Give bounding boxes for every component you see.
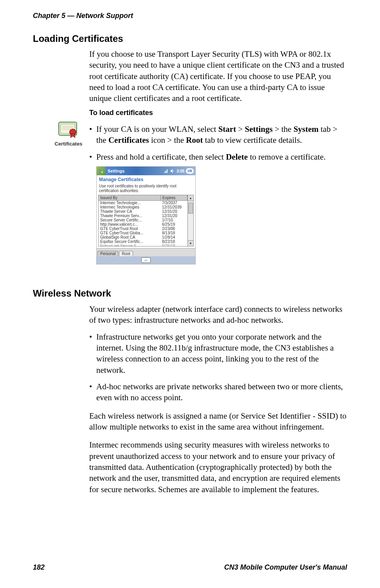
bullet-dot: • — [89, 151, 96, 162]
subheading-to-load: To load certificates — [89, 109, 348, 117]
svg-rect-8 — [99, 171, 101, 173]
certificates-app-icon: Certificates — [51, 120, 86, 147]
kw-certificates: Certificates — [108, 135, 149, 145]
table-row[interactable]: GTE CyberTrust Root2/23/06 — [99, 227, 187, 231]
bullet-dot: • — [89, 381, 96, 403]
bullet-2-text: Press and hold a certificate, then selec… — [96, 151, 348, 162]
cell-issued: GTE CyberTrust Globa... — [99, 231, 160, 235]
section2-body: Your wireless adapter (network interface… — [89, 304, 348, 495]
col-issued-by[interactable]: Issued By — [99, 195, 161, 200]
table-row[interactable]: Thawte Premium Serv...12/31/20 — [99, 214, 187, 218]
table-row[interactable]: GTE CyberTrust Globa...8/13/18 — [99, 231, 187, 235]
cell-expires: 8/13/18 — [160, 231, 187, 235]
table-row[interactable]: Intermec Technologie...7/3/2037 — [99, 201, 187, 205]
kw-root: Root — [186, 135, 203, 145]
kw-settings: Settings — [245, 124, 273, 134]
section2-b2-text: Ad-hoc networks are private networks sha… — [96, 381, 348, 403]
cell-issued: http://www.valicert.c... — [99, 222, 160, 227]
ss-tray: 3:05 ok — [164, 168, 195, 174]
section2-b1-text: Infrastructure networks get you onto you… — [96, 331, 348, 376]
bullet-1: • If your CA is on your WLAN, select Sta… — [89, 124, 348, 146]
cell-expires: 1/28/14 — [160, 235, 187, 239]
page-footer: 182 CN3 Mobile Computer User's Manual — [33, 563, 347, 572]
bullet-1-text: If your CA is on your WLAN, select Start… — [96, 124, 348, 146]
txt: Press and hold a certificate, then selec… — [96, 152, 226, 162]
scroll-up-icon[interactable]: ▲ — [188, 195, 193, 201]
svg-rect-6 — [99, 169, 101, 171]
section2-p3: Intermec recommends using security measu… — [89, 439, 348, 495]
running-header: Chapter 5 — Network Support — [33, 12, 133, 20]
txt: If your CA is on your WLAN, select — [96, 124, 218, 134]
cell-expires: 12/31/20 — [160, 209, 187, 214]
manual-title: CN3 Mobile Computer User's Manual — [224, 563, 347, 572]
cell-expires: 12/31/2039 — [160, 205, 187, 209]
ss-titlebar: Settings 3:05 ok — [97, 167, 195, 175]
scroll-track[interactable] — [188, 201, 193, 240]
start-flag-icon[interactable] — [97, 167, 105, 175]
cell-issued: Thawte Server CA — [99, 209, 160, 214]
ss-description: Use root certificates to positively iden… — [97, 183, 195, 195]
cell-expires: 8/22/18 — [160, 239, 187, 244]
certificates-screenshot: Settings 3:05 ok Manage Certificates Use… — [96, 166, 196, 264]
scroll-thumb[interactable] — [188, 203, 193, 214]
section2-bullet-1: • Infrastructure networks get you onto y… — [89, 331, 348, 376]
cell-issued: GlobalSign Root CA — [99, 235, 160, 239]
txt: > — [236, 124, 245, 134]
page-number: 182 — [33, 563, 45, 572]
ss-time: 3:05 — [176, 169, 184, 173]
ss-table-wrap: Issued By Expires Intermec Technologie..… — [97, 195, 195, 248]
bullet-2: • Press and hold a certificate, then sel… — [89, 151, 348, 162]
speaker-icon[interactable] — [170, 169, 175, 173]
table-row[interactable]: Thawte Server CA12/31/20 — [99, 209, 187, 214]
cell-issued: Secure Server Certific... — [99, 218, 160, 222]
svg-rect-9 — [101, 171, 103, 173]
certificates-table: Issued By Expires Intermec Technologie..… — [98, 195, 188, 246]
cell-expires: 12/31/20 — [160, 214, 187, 218]
heading-wireless-network: Wireless Network — [33, 288, 111, 299]
table-row[interactable]: http://www.valicert.c...6/25/19 — [99, 222, 187, 227]
section1-body: If you choose to use Transport Layer Sec… — [89, 49, 348, 117]
cell-issued: GTE CyberTrust Root — [99, 227, 160, 231]
table-row[interactable]: Equifax Secure Certific...8/22/18 — [99, 239, 187, 244]
cell-expires: 7/3/2037 — [160, 201, 187, 205]
txt: icon > the — [149, 135, 186, 145]
cell-issued: Thawte Premium Serv... — [99, 214, 160, 218]
scrollbar[interactable]: ▲ ▼ — [188, 195, 194, 246]
ss-subtitle: Manage Certificates — [97, 175, 195, 183]
kw-start: Start — [218, 124, 236, 134]
cell-issued: Intermec Technologies — [99, 205, 160, 209]
section2-p2: Each wireless network is assigned a name… — [89, 410, 348, 433]
tab-root[interactable]: Root — [119, 251, 133, 256]
table-row[interactable]: Secure Server Certific...1/7/10 — [99, 218, 187, 222]
table-header-row: Issued By Expires — [99, 195, 187, 201]
cell-issued: Entrust.net Secure S... — [99, 244, 160, 246]
scroll-down-icon[interactable]: ▼ — [188, 240, 193, 246]
tab-personal[interactable]: Personal — [97, 251, 118, 256]
heading-loading-certificates: Loading Certificates — [33, 33, 123, 44]
ok-button[interactable]: ok — [186, 168, 194, 174]
table-row[interactable]: GlobalSign Root CA1/28/14 — [99, 235, 187, 239]
sip-bar: ▭ — [97, 256, 195, 264]
bullet-dot: • — [89, 331, 96, 376]
cell-issued: Equifax Secure Certific... — [99, 239, 160, 244]
txt: tab to view certificate details. — [203, 135, 302, 145]
keyboard-icon[interactable]: ▭ — [141, 257, 151, 263]
ss-tab-bar: Personal Root — [97, 248, 195, 256]
kw-delete: Delete — [226, 152, 248, 162]
svg-rect-7 — [101, 169, 103, 171]
cell-expires: 5/25/19 — [160, 244, 187, 246]
section1-bullets: • If your CA is on your WLAN, select Sta… — [89, 120, 348, 264]
txt: to remove a certificate. — [248, 152, 326, 162]
section2-p1: Your wireless adapter (network interface… — [89, 304, 348, 326]
col-expires[interactable]: Expires — [161, 195, 187, 200]
ss-title[interactable]: Settings — [105, 169, 164, 173]
cell-expires: 1/7/10 — [160, 218, 187, 222]
certificate-icon — [57, 120, 80, 138]
table-row[interactable]: Intermec Technologies12/31/2039 — [99, 205, 187, 209]
cell-expires: 6/25/19 — [160, 222, 187, 227]
certificates-icon-label: Certificates — [51, 141, 86, 147]
table-body: Intermec Technologie...7/3/2037Intermec … — [99, 201, 187, 246]
table-row[interactable]: Entrust.net Secure S...5/25/19 — [99, 244, 187, 246]
connection-icon[interactable] — [164, 169, 169, 173]
cell-issued: Intermec Technologie... — [99, 201, 160, 205]
